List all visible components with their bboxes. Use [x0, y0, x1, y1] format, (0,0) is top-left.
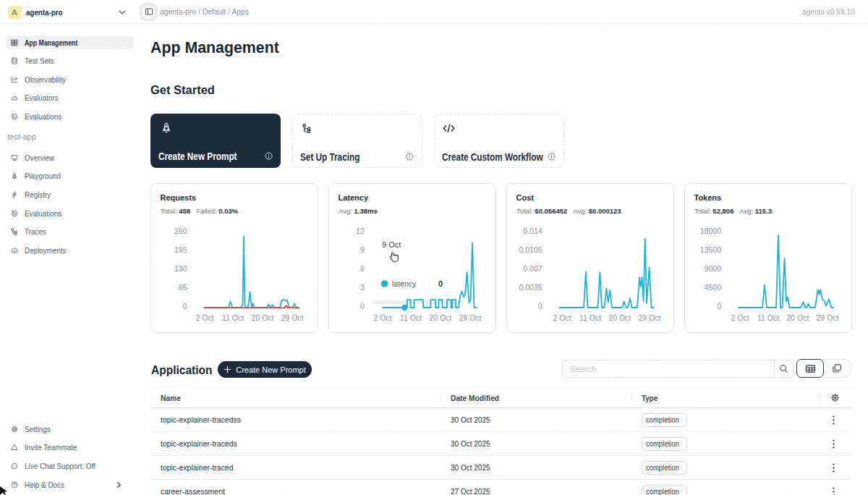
svg-text:3: 3	[360, 283, 365, 292]
svg-text:260: 260	[174, 227, 187, 235]
svg-text:0.007: 0.007	[523, 264, 542, 273]
svg-text:20 Oct: 20 Oct	[609, 313, 631, 322]
svg-text:29 Oct: 29 Oct	[281, 313, 304, 322]
svg-text:11 Oct: 11 Oct	[400, 313, 422, 322]
svg-text:0: 0	[438, 279, 443, 288]
svg-text:9 Oct: 9 Oct	[382, 240, 401, 249]
svg-text:2 Oct: 2 Oct	[553, 313, 571, 322]
svg-text:13500: 13500	[700, 245, 721, 254]
svg-text:18000: 18000	[700, 227, 721, 235]
svg-text:9000: 9000	[705, 264, 722, 273]
svg-text:195: 195	[174, 245, 187, 254]
svg-text:latency: latency	[392, 279, 417, 288]
svg-text:2 Oct: 2 Oct	[731, 313, 749, 322]
svg-text:12: 12	[356, 227, 365, 235]
svg-text:11 Oct: 11 Oct	[222, 313, 244, 322]
svg-text:29 Oct: 29 Oct	[639, 313, 661, 322]
svg-text:130: 130	[174, 264, 187, 273]
svg-text:0.014: 0.014	[523, 227, 542, 235]
svg-text:65: 65	[179, 283, 187, 292]
svg-text:0: 0	[183, 302, 187, 310]
svg-text:0.0035: 0.0035	[519, 283, 542, 292]
svg-text:20 Oct: 20 Oct	[430, 313, 452, 322]
svg-text:6: 6	[360, 264, 365, 273]
svg-text:0.0105: 0.0105	[519, 245, 542, 254]
svg-text:29 Oct: 29 Oct	[459, 313, 482, 322]
svg-text:2 Oct: 2 Oct	[195, 313, 213, 322]
svg-text:0: 0	[538, 302, 542, 310]
svg-text:20 Oct: 20 Oct	[787, 313, 809, 322]
svg-text:11 Oct: 11 Oct	[579, 313, 601, 322]
svg-text:9: 9	[360, 245, 365, 254]
svg-text:11 Oct: 11 Oct	[757, 313, 779, 322]
svg-text:2 Oct: 2 Oct	[373, 313, 391, 322]
svg-text:29 Oct: 29 Oct	[817, 313, 839, 322]
svg-text:0: 0	[360, 302, 365, 310]
svg-text:4500: 4500	[705, 283, 722, 292]
svg-text:20 Oct: 20 Oct	[252, 313, 274, 322]
svg-text:0: 0	[717, 302, 721, 310]
